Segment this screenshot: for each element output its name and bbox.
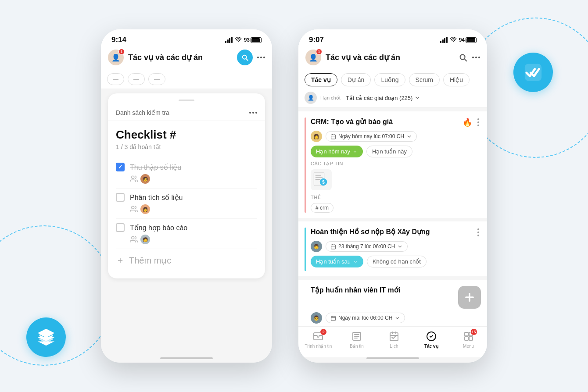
item-label-3: Tổng hợp báo cáo bbox=[130, 224, 187, 232]
checkbox-3[interactable] bbox=[116, 223, 125, 232]
time-left: 9:14 bbox=[111, 36, 126, 44]
top-nav-left: 👤 1 Tác vụ và các dự án bbox=[101, 47, 272, 70]
notif-badge-left: 1 bbox=[118, 49, 125, 55]
svg-rect-21 bbox=[465, 337, 468, 340]
fire-icon-1: 🔥 bbox=[463, 118, 472, 127]
notif-badge-right: 1 bbox=[316, 49, 322, 55]
item-label-1: Thu thập số liệu bbox=[130, 163, 181, 171]
assignee-icon-1 bbox=[130, 175, 138, 183]
svg-rect-19 bbox=[465, 332, 468, 336]
stage-filter[interactable]: Tất cả các giai đoạn (225) bbox=[346, 95, 421, 101]
checklist-item-2: Phân tích số liệu 👩 bbox=[116, 189, 257, 219]
chip-today[interactable]: Hạn hôm nay bbox=[311, 146, 363, 157]
nav-tab-calendar[interactable]: Lịch bbox=[382, 330, 406, 349]
svg-point-3 bbox=[132, 176, 134, 178]
home-indicator-right bbox=[366, 357, 419, 359]
checkbox-1[interactable] bbox=[116, 163, 125, 171]
search-icon-right[interactable] bbox=[458, 53, 468, 62]
task-title-1: CRM: Tạo và gửi báo giá bbox=[311, 118, 463, 127]
task-card-2: Hoàn thiện Hồ sơ nộp Bộ Xây Dựng 👨 23 th… bbox=[298, 221, 487, 276]
tab-luong[interactable]: Luồng bbox=[374, 73, 405, 86]
chip-nextweek[interactable]: Hạn tuần sau bbox=[311, 256, 363, 267]
svg-rect-17 bbox=[390, 333, 398, 341]
tab-tacvu[interactable]: Tác vụ bbox=[305, 73, 337, 86]
add-icon-fab bbox=[463, 291, 476, 303]
item-meta-2: 👩 bbox=[130, 204, 257, 214]
tasks-nav-icon bbox=[426, 331, 437, 342]
avatar-item-2: 👩 bbox=[140, 204, 150, 214]
inbox-badge: 2 bbox=[320, 328, 327, 335]
task-date-row-2: 👨 23 tháng 7 lúc 06:00 CH bbox=[311, 241, 481, 252]
nav-tab-news[interactable]: Bản tin bbox=[344, 330, 369, 349]
tab-hieu[interactable]: Hiệu bbox=[443, 73, 470, 86]
chevron-down-chip2 bbox=[353, 259, 358, 264]
svg-rect-9 bbox=[316, 175, 321, 176]
date-chip-3[interactable]: Ngày mai lúc 06:00 CH bbox=[326, 313, 405, 323]
checkbox-2[interactable] bbox=[116, 193, 125, 202]
svg-rect-10 bbox=[316, 177, 323, 178]
svg-rect-11 bbox=[316, 179, 321, 180]
layers-icon bbox=[36, 327, 56, 347]
nav-tab-inbox[interactable]: 2 Trình nhận tin bbox=[305, 330, 332, 349]
checklist-progress: 1 / 3 đã hoàn tất bbox=[116, 143, 257, 150]
checklist-item-3: Tổng hợp báo cáo 🧑 bbox=[116, 219, 257, 249]
calendar-icon-2 bbox=[330, 244, 336, 249]
wifi-icon-right bbox=[450, 36, 457, 43]
svg-point-5 bbox=[132, 236, 134, 239]
checklist-more-menu[interactable] bbox=[249, 112, 257, 114]
nav-tab-tasks[interactable]: Tác vụ bbox=[419, 330, 444, 349]
assignee-icon-2 bbox=[130, 205, 138, 213]
task-user-3: 👨 bbox=[311, 312, 322, 324]
item-meta-3: 🧑 bbox=[130, 235, 257, 244]
svg-rect-7 bbox=[331, 135, 336, 139]
chip-nextweek-label: Hạn tuần sau bbox=[316, 258, 351, 265]
tags-label-1: THẺ bbox=[311, 195, 481, 200]
add-item-button[interactable]: ＋ Thêm mục bbox=[116, 249, 257, 271]
svg-point-2 bbox=[238, 41, 239, 42]
date-chip-2[interactable]: 23 tháng 7 lúc 06:00 CH bbox=[326, 241, 408, 252]
date-text-1: Ngày hôm nay lúc 07:00 CH bbox=[338, 133, 404, 139]
drag-handle[interactable] bbox=[179, 100, 194, 101]
svg-rect-22 bbox=[469, 337, 473, 340]
battery-right: 94 bbox=[459, 37, 477, 43]
avatar-notif-right[interactable]: 👤 1 bbox=[305, 50, 321, 65]
task-menu-2[interactable] bbox=[476, 228, 481, 237]
task-title-2: Hoàn thiện Hồ sơ nộp Bộ Xây Dựng bbox=[311, 228, 476, 237]
tag-crm[interactable]: # crm bbox=[311, 203, 333, 213]
signal-icon bbox=[225, 37, 233, 43]
blue-circle-right bbox=[513, 53, 553, 92]
checklist-panel: Danh sách kiểm tra Checklist # 1 / 3 đã … bbox=[108, 93, 265, 278]
tab-scrum[interactable]: Scrum bbox=[409, 73, 440, 86]
task-bar-1 bbox=[305, 118, 306, 213]
news-label: Bản tin bbox=[350, 344, 364, 349]
more-menu-right[interactable] bbox=[472, 57, 480, 58]
files-row-1: $ bbox=[311, 169, 481, 190]
add-item-label: Thêm mục bbox=[129, 255, 171, 266]
add-task-button[interactable] bbox=[458, 286, 481, 309]
chip-nodeadline[interactable]: Không có hạn chốt bbox=[367, 256, 427, 267]
tasks-icon-container bbox=[425, 330, 437, 342]
nav-title-left: Tác vụ và các dự án bbox=[128, 53, 233, 62]
chips-row-2: Hạn tuần sau Không có hạn chốt bbox=[311, 256, 481, 267]
date-text-2: 23 tháng 7 lúc 06:00 CH bbox=[338, 243, 395, 249]
task-list: CRM: Tạo và gửi báo giá 🔥 👩 Ngày hôm nay… bbox=[298, 108, 487, 326]
checklist-header: Danh sách kiểm tra bbox=[108, 103, 265, 121]
search-button-left[interactable] bbox=[237, 50, 253, 65]
date-chip-1[interactable]: Ngày hôm nay lúc 07:00 CH bbox=[326, 131, 417, 142]
calendar-icon-3 bbox=[330, 315, 336, 321]
task-date-row-3: 👨 Ngày mai lúc 06:00 CH bbox=[311, 312, 481, 324]
news-icon-container bbox=[351, 330, 363, 342]
status-icons-left: 93 bbox=[225, 36, 262, 43]
task-user-2: 👨 bbox=[311, 241, 322, 252]
tab-duan[interactable]: Dự án bbox=[341, 73, 371, 86]
menu-badge: 15 bbox=[470, 328, 477, 335]
nav-tab-menu[interactable]: 15 Menu bbox=[456, 330, 481, 349]
chip-thisweek[interactable]: Hạn tuần này bbox=[366, 146, 412, 157]
calendar-icon-container bbox=[388, 330, 400, 342]
more-menu-left[interactable] bbox=[257, 57, 265, 58]
file-thumb-1[interactable]: $ bbox=[311, 169, 332, 190]
task-menu-1[interactable] bbox=[476, 118, 481, 127]
avatar-notif-left[interactable]: 👤 1 bbox=[108, 50, 124, 65]
tasks-label: Tác vụ bbox=[424, 344, 438, 349]
deadline-filter[interactable]: Hạn chốt bbox=[320, 95, 341, 101]
